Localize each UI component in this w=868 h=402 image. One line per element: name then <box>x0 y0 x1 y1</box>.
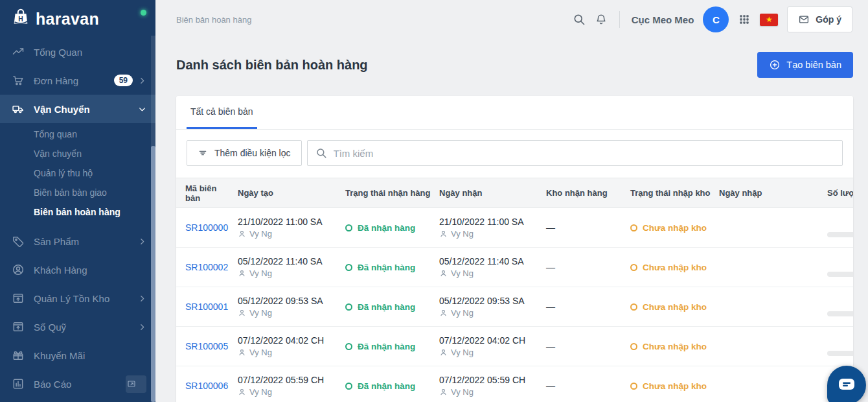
col-receipt-code: Mã biên bản <box>176 178 238 208</box>
shipping-sub-tong-quan[interactable]: Tổng quan <box>0 124 155 144</box>
col-quantity: Số lượng <box>827 178 853 208</box>
sidebar-nav: Tổng Quan Đơn Hàng 59 Vận Chuyển Tổng qu… <box>0 38 155 398</box>
import-status-badge: Chưa nhập kho <box>630 263 714 272</box>
receipt-code-link[interactable]: SR100002 <box>185 262 228 272</box>
open-reports-external-button[interactable] <box>126 375 146 393</box>
logo[interactable]: H haravan <box>0 0 155 38</box>
created-date: 07/12/2022 05:59 CH <box>238 375 340 385</box>
received-by: Vy Ng <box>439 387 541 397</box>
feedback-button[interactable]: Góp ý <box>787 6 852 32</box>
quantity-skeleton <box>827 311 853 316</box>
warehouse-cell: — <box>546 287 630 327</box>
person-icon <box>439 388 448 396</box>
col-received-date: Ngày nhận <box>439 178 546 208</box>
sidebar-item-bao-cao[interactable]: Báo Cáo <box>0 370 155 398</box>
person-icon <box>238 388 246 396</box>
status-donut-icon <box>345 303 352 311</box>
chevron-right-icon <box>138 77 146 85</box>
import-status-badge: Chưa nhập kho <box>630 302 714 312</box>
user-name[interactable]: Cục Meo Meo <box>632 14 694 25</box>
tab-all-receipts[interactable]: Tất cả biên bản <box>187 96 257 129</box>
breadcrumb: Biên bản hoàn hàng <box>176 15 251 25</box>
bell-icon[interactable] <box>595 13 608 26</box>
envelope-icon <box>798 14 810 25</box>
main-area: Biên bản hoàn hàng Cục Meo Meo C ★ Góp ý… <box>155 0 868 402</box>
warehouse-cell: — <box>546 327 630 366</box>
apps-grid-icon[interactable] <box>738 13 751 26</box>
title-row: Danh sách biên bản hoàn hàng Tạo biên bả… <box>176 52 853 78</box>
tag-icon <box>12 235 25 248</box>
sidebar-item-khach-hang[interactable]: Khách Hàng <box>0 255 155 284</box>
created-by: Vy Ng <box>238 268 340 278</box>
chat-widget-button[interactable] <box>827 366 866 402</box>
receipt-code-link[interactable]: SR100000 <box>185 222 228 233</box>
received-by: Vy Ng <box>439 348 541 357</box>
person-icon <box>439 348 448 357</box>
sidebar-item-label: Báo Cáo <box>34 379 71 390</box>
search-icon <box>315 147 327 159</box>
created-date: 05/12/2022 11:40 SA <box>238 256 340 266</box>
person-icon <box>439 230 448 238</box>
import-status-badge: Chưa nhập kho <box>630 223 714 233</box>
search-box[interactable] <box>307 140 843 166</box>
receive-status-badge: Đã nhận hàng <box>345 381 434 391</box>
shipping-sub-bien-ban-hoan-hang[interactable]: Biên bản hoàn hàng <box>0 202 155 222</box>
return-receipts-table: Mã biên bản Ngày tạo Trạng thái nhận hàn… <box>176 178 853 402</box>
page-title: Danh sách biên bản hoàn hàng <box>176 58 368 73</box>
sidebar-item-quan-ly-ton-kho[interactable]: Quản Lý Tồn Kho <box>0 284 155 313</box>
status-donut-icon <box>345 224 352 231</box>
col-warehouse: Kho nhận hàng <box>546 178 630 208</box>
received-date: 05/12/2022 09:53 SA <box>439 296 541 306</box>
table-row: SR100001 05/12/2022 09:53 SA Vy Ng <box>176 287 853 327</box>
sidebar-item-so-quy[interactable]: Số Quỹ <box>0 313 155 341</box>
status-donut-icon <box>630 224 637 231</box>
col-created-date: Ngày tạo <box>238 178 345 208</box>
sidebar-item-label: Số Quỹ <box>34 322 66 333</box>
sidebar-item-label: Quản Lý Tồn Kho <box>34 293 109 304</box>
receive-status-badge: Đã nhận hàng <box>345 302 434 312</box>
created-date: 07/12/2022 04:02 CH <box>238 335 340 346</box>
receipt-code-link[interactable]: SR100006 <box>185 381 228 391</box>
col-import-status: Trạng thái nhập kho <box>630 178 719 208</box>
status-donut-icon <box>630 303 637 311</box>
trend-icon <box>12 45 25 58</box>
create-receipt-button[interactable]: Tạo biên bản <box>757 52 853 78</box>
person-icon <box>238 230 246 238</box>
warehouse-cell: — <box>546 208 630 248</box>
col-receive-status: Trạng thái nhận hàng <box>345 178 439 208</box>
sidebar-scrollbar-thumb[interactable] <box>151 146 155 402</box>
sidebar-item-san-pham[interactable]: Sản Phẩm <box>0 227 155 255</box>
vietnam-flag-icon[interactable]: ★ <box>760 14 778 26</box>
sidebar-item-label: Đơn Hàng <box>34 75 78 86</box>
receipts-card: Tất cả biên bản Thêm điều kiện lọc <box>176 96 853 402</box>
search-icon[interactable] <box>573 13 586 26</box>
shipping-sub-van-chuyen[interactable]: Vận chuyển <box>0 144 155 163</box>
plus-circle-icon <box>769 59 781 71</box>
sidebar-item-tong-quan[interactable]: Tổng Quan <box>0 38 155 66</box>
add-filter-button[interactable]: Thêm điều kiện lọc <box>187 140 302 166</box>
report-icon <box>12 377 25 390</box>
import-date-cell <box>719 366 827 402</box>
sidebar-item-van-chuyen[interactable]: Vận Chuyển <box>0 95 155 123</box>
topbar: Biên bản hoàn hàng Cục Meo Meo C ★ Góp ý <box>155 0 868 39</box>
sidebar-item-don-hang[interactable]: Đơn Hàng 59 <box>0 66 155 95</box>
warehouse-cell: — <box>546 248 630 287</box>
search-input[interactable] <box>334 148 834 159</box>
sidebar-scrollbar[interactable] <box>151 36 155 402</box>
received-by: Vy Ng <box>439 308 541 318</box>
created-by: Vy Ng <box>238 348 340 357</box>
quantity-skeleton <box>827 351 853 356</box>
receipt-code-link[interactable]: SR100005 <box>185 341 228 351</box>
sidebar-item-khuyen-mai[interactable]: Khuyến Mãi <box>0 341 155 370</box>
receipt-code-link[interactable]: SR100001 <box>185 302 228 312</box>
status-donut-icon <box>630 383 637 390</box>
cart-icon <box>12 74 25 87</box>
shipping-sub-bien-ban-ban-giao[interactable]: Biên bản bàn giao <box>0 183 155 202</box>
shipping-sub-quan-ly-thu-ho[interactable]: Quản lý thu hộ <box>0 163 155 183</box>
avatar[interactable]: C <box>703 6 729 32</box>
tabs-bar: Tất cả biên bản <box>176 96 853 130</box>
logo-text: haravan <box>36 10 99 29</box>
filter-icon <box>198 148 208 158</box>
import-date-cell <box>719 248 827 287</box>
table-row: SR100002 05/12/2022 11:40 SA Vy Ng <box>176 248 853 287</box>
